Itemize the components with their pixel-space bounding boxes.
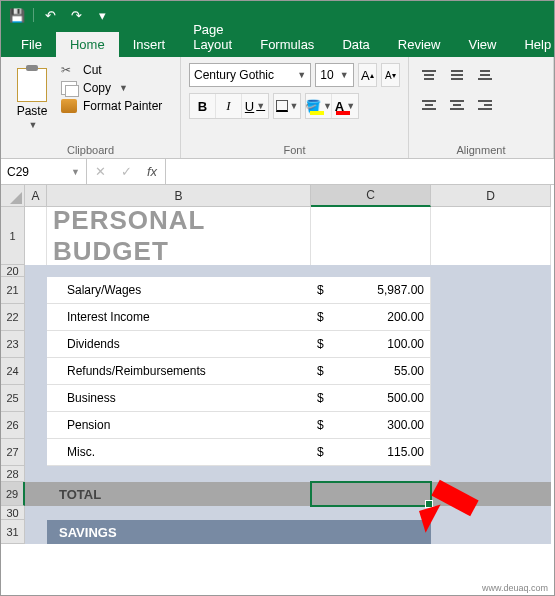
cell[interactable]: [25, 520, 47, 544]
save-button[interactable]: 💾: [7, 5, 27, 25]
sheet-title[interactable]: PERSONAL BUDGET: [47, 207, 311, 265]
cell[interactable]: [25, 412, 47, 439]
copy-button[interactable]: Copy ▼: [61, 81, 162, 95]
cell[interactable]: [25, 358, 47, 385]
cell[interactable]: [25, 439, 47, 466]
accept-formula-button[interactable]: ✓: [113, 159, 139, 184]
select-all-button[interactable]: [1, 185, 25, 207]
cell[interactable]: [311, 466, 431, 482]
income-label[interactable]: Dividends: [47, 331, 311, 358]
fill-color-button[interactable]: 🪣 ▼: [306, 94, 332, 118]
column-header-c[interactable]: C: [311, 185, 431, 207]
cell[interactable]: [25, 265, 47, 277]
format-painter-button[interactable]: Format Painter: [61, 99, 162, 113]
cell[interactable]: [431, 358, 551, 385]
income-amount[interactable]: $200.00: [311, 304, 431, 331]
cell[interactable]: [25, 482, 47, 506]
cell[interactable]: [431, 506, 551, 520]
row-header[interactable]: 24: [1, 358, 25, 385]
income-amount[interactable]: $115.00: [311, 439, 431, 466]
income-label[interactable]: Interest Income: [47, 304, 311, 331]
column-header-d[interactable]: D: [431, 185, 551, 207]
cell[interactable]: [47, 265, 311, 277]
cell[interactable]: [431, 304, 551, 331]
cut-button[interactable]: ✂ Cut: [61, 63, 162, 77]
income-label[interactable]: Business: [47, 385, 311, 412]
cancel-formula-button[interactable]: ✕: [87, 159, 113, 184]
total-label[interactable]: TOTAL: [47, 482, 311, 506]
row-header[interactable]: 20: [1, 265, 25, 277]
income-amount[interactable]: $500.00: [311, 385, 431, 412]
align-left-button[interactable]: [417, 93, 441, 117]
row-header[interactable]: 26: [1, 412, 25, 439]
income-label[interactable]: Refunds/Reimbursements: [47, 358, 311, 385]
borders-button[interactable]: ▼: [274, 94, 300, 118]
savings-header[interactable]: SAVINGS: [47, 520, 311, 544]
row-header[interactable]: 21: [1, 277, 25, 304]
tab-file[interactable]: File: [7, 32, 56, 57]
tab-insert[interactable]: Insert: [119, 32, 180, 57]
redo-button[interactable]: ↷: [66, 5, 86, 25]
income-label[interactable]: Salary/Wages: [47, 277, 311, 304]
cell[interactable]: [431, 277, 551, 304]
bold-button[interactable]: B: [190, 94, 216, 118]
cell[interactable]: [431, 439, 551, 466]
cell[interactable]: [431, 207, 551, 265]
cell[interactable]: [311, 207, 431, 265]
cell[interactable]: [431, 265, 551, 277]
cell[interactable]: [25, 331, 47, 358]
cell[interactable]: [25, 466, 47, 482]
income-amount[interactable]: $5,987.00: [311, 277, 431, 304]
income-label[interactable]: Pension: [47, 412, 311, 439]
cell[interactable]: [311, 506, 431, 520]
align-right-button[interactable]: [473, 93, 497, 117]
tab-view[interactable]: View: [454, 32, 510, 57]
cell[interactable]: [311, 265, 431, 277]
cell[interactable]: [431, 412, 551, 439]
cell[interactable]: [25, 277, 47, 304]
row-header[interactable]: 22: [1, 304, 25, 331]
cell[interactable]: [25, 506, 47, 520]
row-header[interactable]: 29: [1, 482, 25, 506]
column-header-a[interactable]: A: [25, 185, 47, 207]
increase-font-button[interactable]: A▴: [358, 63, 377, 87]
formula-input[interactable]: [166, 159, 554, 184]
tab-page-layout[interactable]: Page Layout: [179, 17, 246, 57]
cell[interactable]: [431, 385, 551, 412]
tab-formulas[interactable]: Formulas: [246, 32, 328, 57]
insert-function-button[interactable]: fx: [139, 159, 165, 184]
cell[interactable]: [47, 506, 311, 520]
cell[interactable]: [431, 331, 551, 358]
cell[interactable]: [431, 466, 551, 482]
row-header[interactable]: 30: [1, 506, 25, 520]
row-header[interactable]: 23: [1, 331, 25, 358]
cell[interactable]: [311, 520, 431, 544]
align-middle-button[interactable]: [445, 63, 469, 87]
active-cell[interactable]: [311, 482, 431, 506]
cell[interactable]: [25, 207, 47, 265]
tab-review[interactable]: Review: [384, 32, 455, 57]
align-bottom-button[interactable]: [473, 63, 497, 87]
row-header[interactable]: 1: [1, 207, 25, 265]
font-color-button[interactable]: A ▼: [332, 94, 358, 118]
paste-button[interactable]: Paste ▼: [9, 61, 55, 137]
tab-home[interactable]: Home: [56, 32, 119, 57]
row-header[interactable]: 28: [1, 466, 25, 482]
cell[interactable]: [25, 304, 47, 331]
italic-button[interactable]: I: [216, 94, 242, 118]
income-amount[interactable]: $100.00: [311, 331, 431, 358]
align-top-button[interactable]: [417, 63, 441, 87]
row-header[interactable]: 25: [1, 385, 25, 412]
row-header[interactable]: 31: [1, 520, 25, 544]
cell[interactable]: [431, 520, 551, 544]
underline-button[interactable]: U▼: [242, 94, 268, 118]
income-amount[interactable]: $300.00: [311, 412, 431, 439]
align-center-button[interactable]: [445, 93, 469, 117]
cell[interactable]: [25, 385, 47, 412]
income-amount[interactable]: $55.00: [311, 358, 431, 385]
font-size-combo[interactable]: 10 ▼: [315, 63, 354, 87]
tab-data[interactable]: Data: [328, 32, 383, 57]
cell[interactable]: [47, 466, 311, 482]
font-name-combo[interactable]: Century Gothic ▼: [189, 63, 311, 87]
row-header[interactable]: 27: [1, 439, 25, 466]
